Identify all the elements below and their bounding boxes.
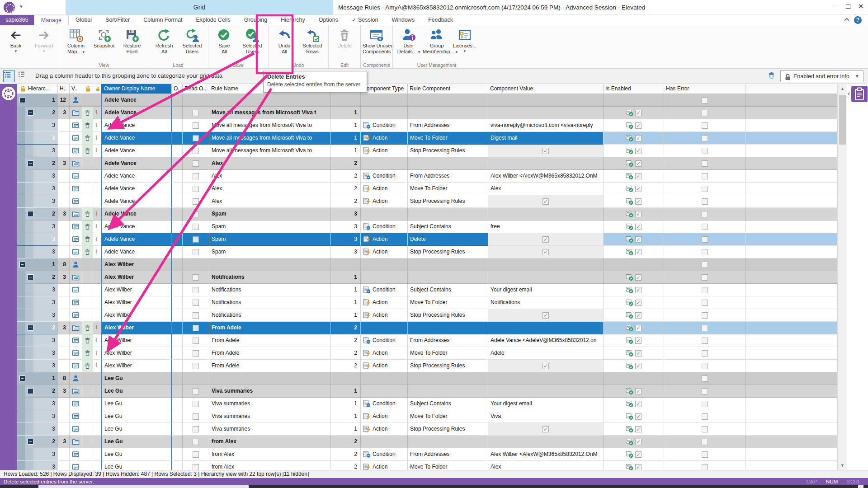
read-only-checkbox[interactable] [193, 198, 199, 205]
has-error-checkbox[interactable] [702, 401, 708, 407]
tab-column-format[interactable]: Column Format [137, 15, 189, 25]
is-enabled-checkbox[interactable] [635, 236, 642, 243]
flat-view-toggle[interactable] [18, 70, 29, 82]
rule-detail-row[interactable]: 3IAdele VanceMove all messages from Micr… [17, 119, 837, 132]
has-error-checkbox[interactable] [702, 97, 708, 103]
tab-feedback[interactable]: Feedback [421, 15, 460, 25]
is-enabled-checkbox[interactable] [635, 160, 642, 167]
rule-detail-row[interactable]: 3Alex WilberNotifications1ActionMove To … [17, 296, 837, 309]
collapse-toggle[interactable]: − [19, 97, 25, 103]
help-icon[interactable]: ? [854, 16, 862, 24]
read-only-checkbox[interactable] [193, 439, 199, 445]
read-only-checkbox[interactable] [193, 249, 199, 255]
has-error-checkbox[interactable] [702, 375, 708, 382]
collapse-ribbon-icon[interactable] [844, 17, 850, 23]
value-checkbox[interactable] [542, 312, 549, 319]
rule-group-row[interactable]: −23Alex WilberNotifications1 [17, 271, 837, 284]
refresh-all-button[interactable]: RefreshAll [150, 26, 178, 54]
is-enabled-checkbox[interactable] [635, 413, 642, 420]
read-only-checkbox[interactable] [193, 363, 199, 369]
has-error-checkbox[interactable] [702, 287, 708, 293]
rule-detail-row[interactable]: 3IAdele VanceSpam3ActionStop Processing … [17, 246, 837, 258]
has-error-checkbox[interactable] [702, 325, 708, 331]
is-enabled-checkbox[interactable] [635, 110, 642, 116]
read-only-checkbox[interactable] [193, 325, 199, 331]
rule-group-row[interactable]: −23Adele VanceAlex2 [17, 157, 837, 170]
column-header-lock-1[interactable] [82, 84, 93, 94]
read-only-checkbox[interactable] [193, 274, 199, 281]
has-error-checkbox[interactable] [702, 249, 708, 255]
is-enabled-checkbox[interactable] [635, 300, 642, 306]
is-enabled-checkbox[interactable] [635, 388, 642, 394]
has-error-checkbox[interactable] [702, 312, 708, 319]
tab-hierarchy[interactable]: Hierarchy [274, 15, 312, 25]
value-checkbox[interactable] [542, 363, 549, 369]
has-error-checkbox[interactable] [702, 211, 708, 217]
tab-session[interactable]: ✓Session [345, 15, 385, 25]
selected-users-button[interactable]: SelectedUsers [238, 26, 266, 54]
read-only-checkbox[interactable] [193, 186, 199, 192]
rule-group-row[interactable]: −23Lee Gufrom Alex2 [17, 436, 837, 448]
rule-detail-row[interactable]: 3Lee Gufrom Alex2ConditionFrom Addresses… [17, 448, 837, 461]
collapse-toggle[interactable]: − [28, 160, 33, 166]
rule-detail-row[interactable]: 3IAlex WilberFrom Adele2ActionMove To Fo… [17, 347, 837, 360]
collapse-toggle[interactable]: − [28, 110, 33, 116]
rule-detail-row[interactable]: 3Lee GuViva summaries1ActionMove To Fold… [17, 410, 837, 423]
tab-sort-filter[interactable]: Sort/Filter [99, 15, 137, 25]
rule-detail-row[interactable]: 3Lee GuViva summaries1ConditionSubject C… [17, 398, 837, 410]
rule-detail-row[interactable]: 3IAdele VanceMove all messages from Micr… [17, 145, 837, 157]
vertical-scrollbar[interactable]: ▲ ▼ [837, 84, 847, 470]
has-error-checkbox[interactable] [702, 413, 708, 420]
rule-detail-row[interactable]: 3IAlex WilberFrom Adele2ActionStop Proce… [17, 360, 837, 372]
collapse-toggle[interactable]: − [28, 274, 33, 280]
rule-detail-row[interactable]: 3IAdele VanceSpam3ActionDelete [17, 233, 837, 246]
snapshot-button[interactable]: Snapshot [90, 26, 118, 49]
tab-explode-cells[interactable]: Explode Cells [189, 15, 237, 25]
column-map--button[interactable]: ColumnMap... ▾ [62, 26, 90, 55]
tab-sapio365[interactable]: sapio365 [0, 15, 34, 25]
is-enabled-checkbox[interactable] [635, 325, 642, 331]
rule-detail-row[interactable]: 3Adele VanceAlex2ActionStop Processing R… [17, 195, 837, 208]
hierarchy-view-toggle[interactable] [3, 70, 15, 82]
view-filter-dropdown[interactable]: Enabled and error info ▼ [780, 70, 863, 82]
show-unused-components-button[interactable]: Show UnusedComponents [363, 26, 391, 54]
close-button[interactable]: ✕ [854, 0, 867, 13]
column-header-h[interactable]: H.. [58, 84, 70, 94]
is-enabled-checkbox[interactable] [635, 198, 642, 205]
maximize-button[interactable] [842, 0, 854, 13]
collapse-toggle[interactable]: − [28, 388, 33, 394]
tab-windows[interactable]: Windows [385, 15, 421, 25]
column-header-read-o[interactable]: Read O... [183, 84, 209, 94]
value-checkbox[interactable] [542, 198, 549, 205]
read-only-checkbox[interactable] [193, 236, 199, 243]
is-enabled-checkbox[interactable] [635, 464, 642, 470]
read-only-checkbox[interactable] [193, 211, 199, 217]
rule-group-row[interactable]: −23IAdele VanceSpam3 [17, 208, 837, 221]
has-error-checkbox[interactable] [702, 110, 708, 116]
is-enabled-checkbox[interactable] [635, 211, 642, 217]
licenses--button[interactable]: Licenses...▾ [451, 26, 479, 53]
scrollbar-thumb[interactable] [839, 95, 846, 145]
has-error-checkbox[interactable] [702, 173, 708, 179]
has-error-checkbox[interactable] [702, 363, 708, 369]
has-error-checkbox[interactable] [702, 451, 708, 458]
rule-detail-row[interactable]: 3IAlex WilberFrom Adele2ConditionFrom Ad… [17, 334, 837, 347]
read-only-checkbox[interactable] [193, 451, 199, 458]
rule-detail-row[interactable]: 3Alex WilberNotifications1ActionStop Pro… [17, 309, 837, 322]
read-only-checkbox[interactable] [193, 160, 199, 167]
rule-detail-row[interactable]: 3Lee Gufrom Alex2ActionMove To FolderAle… [17, 461, 837, 470]
read-only-checkbox[interactable] [193, 413, 199, 420]
is-enabled-checkbox[interactable] [635, 426, 642, 432]
has-error-checkbox[interactable] [702, 274, 708, 281]
read-only-checkbox[interactable] [193, 135, 199, 141]
column-header-hierarchy[interactable]: Hierarc... [17, 84, 58, 94]
value-checkbox[interactable] [542, 148, 549, 154]
has-error-checkbox[interactable] [702, 426, 708, 432]
read-only-checkbox[interactable] [193, 287, 199, 293]
is-enabled-checkbox[interactable] [635, 451, 642, 458]
has-error-checkbox[interactable] [702, 300, 708, 306]
column-header-owner-display-name[interactable]: Owner Display Name [101, 84, 172, 94]
read-only-checkbox[interactable] [193, 173, 199, 179]
read-only-checkbox[interactable] [193, 464, 199, 470]
expand-panel-chevron-icon[interactable]: ‹ [848, 89, 850, 98]
